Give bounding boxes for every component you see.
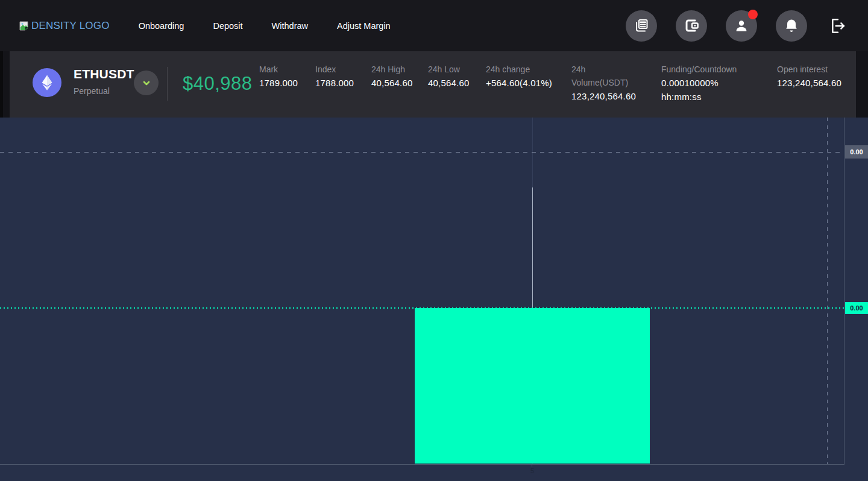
crosshair-vertical-line [827,118,828,464]
symbol-selector-button[interactable] [134,71,159,95]
nav-link-withdraw[interactable]: Withdraw [272,21,308,31]
main-nav: Onboarding Deposit Withdraw Adjust Margi… [139,21,391,31]
nav-link-adjust-margin[interactable]: Adjust Margin [337,21,391,31]
market-type: Perpetual [74,86,134,96]
top-navbar: DENSITY LOGO Onboarding Deposit Withdraw… [0,0,868,51]
stat-24h-change: 24h change +564.60(4.01%) [486,63,571,104]
logo-text: DENSITY LOGO [31,20,110,32]
last-price: $40,988 [183,73,253,95]
ticker-bar-wrapper: ETHUSDT Perpetual $40,988 Mark 1789.000 … [0,51,868,118]
divider [167,67,168,101]
eth-token-icon [33,68,61,97]
broken-image-icon [19,21,30,31]
notifications-button[interactable] [776,10,807,42]
price-axis-border [844,118,844,465]
stat-open-interest: Open interest 123,240,564.60 [777,63,855,104]
candle-body [415,308,650,464]
profile-button[interactable] [726,10,757,42]
time-axis-label: 5 [527,467,537,474]
price-chart-canvas[interactable]: 0.00 0.00 5 [0,118,868,481]
stat-24h-high: 24h High 40,564.60 [371,63,428,104]
logout-icon [827,16,846,36]
wallet-icon [684,17,700,34]
logout-button[interactable] [826,10,848,42]
upper-price-line [0,152,844,152]
stat-index: Index 1788.000 [315,63,371,104]
time-axis-tick [532,464,532,467]
stat-mark: Mark 1789.000 [259,63,315,104]
upper-price-axis-label: 0.00 [845,145,868,159]
notification-badge [748,10,758,19]
symbol-name: ETHUSDT [74,67,134,81]
app-logo[interactable]: DENSITY LOGO [19,20,110,32]
nav-link-onboarding[interactable]: Onboarding [139,21,184,31]
nav-link-deposit[interactable]: Deposit [213,21,242,31]
symbol-block: ETHUSDT Perpetual [74,67,134,96]
time-axis-border [0,464,844,465]
stat-funding-countdown: Funding/Countdown 0.00010000% hh:mm:ss [661,63,777,104]
navbar-actions [626,0,848,51]
wallet-button[interactable] [676,10,707,42]
current-price-axis-label: 0.00 [845,302,868,314]
ticker-bar: ETHUSDT Perpetual $40,988 Mark 1789.000 … [10,51,856,118]
profile-icon [733,17,750,34]
funding-countdown-timer: hh:mm:ss [661,90,771,104]
news-icon [634,17,650,34]
ticker-stats: Mark 1789.000 Index 1788.000 24h High 40… [259,63,855,104]
chevron-down-icon [140,77,153,89]
bell-icon [783,17,800,34]
candle-upper-wick [532,187,533,308]
stat-24h-low: 24h Low 40,564.60 [428,63,486,104]
stat-24h-volume: 24h Volume(USDT) 123,240,564.60 [571,63,661,104]
news-button[interactable] [626,10,657,42]
